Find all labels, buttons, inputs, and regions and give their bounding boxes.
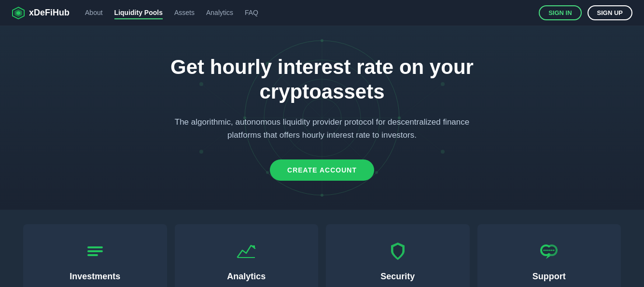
hero-section: Get hourly interest rate on your cryptoa… <box>0 26 644 210</box>
nav-about[interactable]: About <box>85 7 103 19</box>
svg-rect-29 <box>87 254 98 256</box>
svg-marker-30 <box>238 257 255 258</box>
brand-logo-icon <box>12 6 25 20</box>
feature-support: Support Our support team works around th… <box>477 224 621 287</box>
security-icon <box>385 239 410 264</box>
support-icon <box>536 239 561 264</box>
svg-rect-28 <box>87 250 103 252</box>
hero-content: Get hourly interest rate on your cryptoa… <box>129 55 515 180</box>
navbar-actions: SIGN IN SIGN UP <box>539 5 632 20</box>
signup-button[interactable]: SIGN UP <box>588 5 632 20</box>
nav-liquidity-pools[interactable]: Liquidity Pools <box>114 7 163 19</box>
svg-point-13 <box>321 194 323 197</box>
navbar: xDeFiHub About Liquidity Pools Assets An… <box>0 0 644 26</box>
feature-investments: Investments Make flexible investments wi… <box>23 224 167 287</box>
hero-subtitle: The algorithmic, autonomous liquidity pr… <box>172 115 472 142</box>
feature-security-title: Security <box>380 272 415 282</box>
feature-investments-title: Investments <box>70 272 120 282</box>
svg-point-37 <box>546 250 547 251</box>
brand[interactable]: xDeFiHub <box>12 6 70 20</box>
svg-rect-27 <box>87 246 103 248</box>
feature-support-title: Support <box>532 272 566 282</box>
feature-analytics-title: Analytics <box>227 272 266 282</box>
svg-point-41 <box>553 250 555 251</box>
hero-title: Get hourly interest rate on your cryptoa… <box>129 55 515 104</box>
svg-point-11 <box>321 39 323 42</box>
investments-icon <box>83 239 108 264</box>
analytics-icon <box>234 239 259 264</box>
svg-point-38 <box>547 250 549 251</box>
svg-point-39 <box>549 250 551 251</box>
feature-analytics: Analytics Everything about your wallets,… <box>175 224 319 287</box>
feature-security: Security Our priority is keeping you and… <box>326 224 470 287</box>
svg-marker-31 <box>251 245 255 248</box>
nav-links: About Liquidity Pools Assets Analytics F… <box>85 7 539 19</box>
features-section: Investments Make flexible investments wi… <box>0 210 644 287</box>
svg-point-36 <box>544 250 545 251</box>
create-account-button[interactable]: CREATE ACCOUNT <box>270 159 374 181</box>
nav-faq[interactable]: FAQ <box>245 7 258 19</box>
brand-name: xDeFiHub <box>29 8 70 18</box>
nav-analytics[interactable]: Analytics <box>206 7 233 19</box>
nav-assets[interactable]: Assets <box>174 7 195 19</box>
signin-button[interactable]: SIGN IN <box>539 5 581 20</box>
svg-point-40 <box>551 250 553 251</box>
